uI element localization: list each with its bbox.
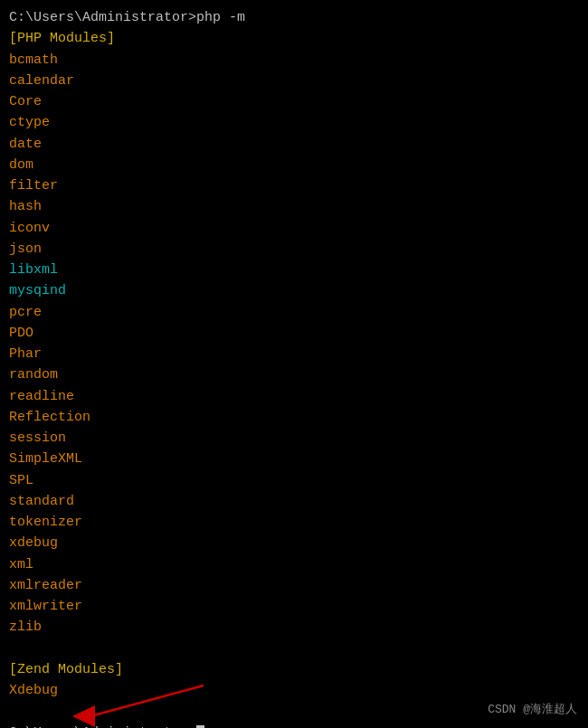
module-tokenizer: tokenizer bbox=[9, 512, 579, 533]
module-pdo: PDO bbox=[9, 323, 579, 344]
module-zlib: zlib bbox=[9, 617, 579, 638]
module-simplexml: SimpleXML bbox=[9, 449, 579, 469]
php-modules-header: [PHP Modules] bbox=[9, 28, 579, 49]
module-pcre: pcre bbox=[9, 302, 579, 323]
module-ctype: ctype bbox=[9, 112, 579, 133]
module-date: date bbox=[9, 134, 579, 155]
zend-xdebug-line: Xdebug bbox=[9, 680, 579, 701]
module-json: json bbox=[9, 239, 579, 260]
module-reflection: Reflection bbox=[9, 407, 579, 428]
module-hash: hash bbox=[9, 196, 579, 217]
module-core: Core bbox=[9, 91, 579, 112]
module-xdebug-zend: Xdebug bbox=[9, 680, 58, 701]
module-libxml: libxml bbox=[9, 260, 579, 280]
module-xdebug: xdebug bbox=[9, 533, 579, 553]
end-prompt-line: C:\Users\Administrator> bbox=[9, 723, 579, 729]
module-bcmath: bcmath bbox=[9, 50, 579, 71]
module-xml: xml bbox=[9, 554, 579, 575]
module-xmlreader: xmlreader bbox=[9, 575, 579, 596]
module-standard: standard bbox=[9, 491, 579, 512]
terminal-window: C:\Users\Administrator>php -m [PHP Modul… bbox=[0, 0, 588, 728]
module-mysqind: mysqind bbox=[9, 280, 579, 301]
command-line: C:\Users\Administrator>php -m bbox=[9, 7, 579, 28]
module-readline: readline bbox=[9, 386, 579, 407]
empty-line-1 bbox=[9, 638, 579, 659]
zend-modules-header: [Zend Modules] bbox=[9, 659, 579, 680]
module-calendar: calendar bbox=[9, 71, 579, 91]
module-dom: dom bbox=[9, 155, 579, 175]
module-xmlwriter: xmlwriter bbox=[9, 596, 579, 617]
module-random: random bbox=[9, 364, 579, 385]
watermark: CSDN @海淮超人 bbox=[488, 701, 577, 717]
module-spl: SPL bbox=[9, 470, 579, 491]
module-session: session bbox=[9, 428, 579, 449]
module-filter: filter bbox=[9, 175, 579, 196]
module-iconv: iconv bbox=[9, 218, 579, 239]
module-phar: Phar bbox=[9, 344, 579, 364]
